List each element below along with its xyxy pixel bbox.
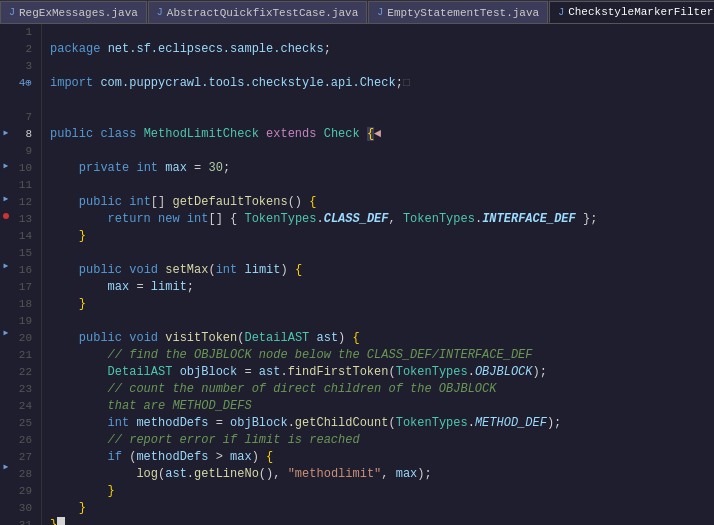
tab-label-1: RegExMessages.java: [19, 7, 138, 19]
indicator-17: [0, 275, 12, 292]
indicator-28: ▶: [0, 458, 12, 475]
gutter-14: 14: [12, 228, 37, 245]
gutter-3: 3: [12, 58, 37, 75]
indicator-10: ▶: [0, 158, 12, 175]
gutter-5: [12, 92, 37, 109]
code-line-4: import com.puppycrawl.tools.checkstyle.a…: [50, 75, 714, 92]
code-line-20: public void visitToken(DetailAST ast) {: [50, 330, 714, 347]
indicator-3: [0, 57, 12, 74]
tab-icon-3: J: [377, 7, 383, 18]
indicator-31: [0, 508, 12, 525]
code-line-8: public class MethodLimitCheck extends Ch…: [50, 126, 714, 143]
code-line-16: public void setMax(int limit) {: [50, 262, 714, 279]
tab-bar: J RegExMessages.java J AbstractQuickfixT…: [0, 0, 714, 24]
code-line-30: }: [50, 500, 714, 517]
code-line-24: that are METHOD_DEFS: [50, 398, 714, 415]
indicator-20: ▶: [0, 325, 12, 342]
tab-abstractquickfix[interactable]: J AbstractQuickfixTestCase.java: [148, 1, 367, 23]
gutter-4: 4⊕: [12, 75, 37, 92]
indicator-19: [0, 308, 12, 325]
gutter-24: 24: [12, 398, 37, 415]
code-line-18: }: [50, 296, 714, 313]
code-line-1: [50, 24, 714, 41]
indicator-29: [0, 475, 12, 492]
gutter-20: 20: [12, 330, 37, 347]
gutter-12: 12: [12, 194, 37, 211]
left-indicators: ▶ ▶ ▶ ▶ ▶ ▶: [0, 24, 12, 525]
indicator-4: [0, 74, 12, 91]
code-line-22: DetailAST objBlock = ast.findFirstToken(…: [50, 364, 714, 381]
code-line-5: [50, 92, 714, 109]
gutter-29: 29: [12, 483, 37, 500]
tab-emptystatement[interactable]: J EmptyStatementTest.java: [368, 1, 548, 23]
arrow-12: ▶: [4, 195, 9, 203]
gutter-26: 26: [12, 432, 37, 449]
indicator-26: [0, 425, 12, 442]
tab-regexmessages[interactable]: J RegExMessages.java: [0, 1, 147, 23]
indicator-2: [0, 41, 12, 58]
code-line-11: [50, 177, 714, 194]
code-line-29: }: [50, 483, 714, 500]
tab-icon-1: J: [9, 7, 15, 18]
gutter-13: 13: [12, 211, 37, 228]
indicator-1: [0, 24, 12, 41]
arrow-16: ▶: [4, 262, 9, 270]
indicator-15: [0, 241, 12, 258]
tab-icon-2: J: [157, 7, 163, 18]
code-editor: ▶ ▶ ▶ ▶ ▶ ▶ 1 2 3 4⊕ 7 8: [0, 24, 714, 525]
indicator-9: [0, 141, 12, 158]
code-line-12: public int[] getDefaultTokens() {: [50, 194, 714, 211]
dot-13: [3, 213, 9, 219]
gutter-18: 18: [12, 296, 37, 313]
indicator-23: [0, 375, 12, 392]
indicator-21: [0, 341, 12, 358]
tab-label-4: CheckstyleMarkerFilter.java: [568, 6, 714, 18]
tab-icon-4: J: [558, 7, 564, 18]
code-line-13: return new int[] { TokenTypes.CLASS_DEF,…: [50, 211, 714, 228]
code-line-3: [50, 58, 714, 75]
indicator-5: [0, 91, 12, 108]
gutter-19: 19: [12, 313, 37, 330]
code-line-2: package net.sf.eclipsecs.sample.checks;: [50, 41, 714, 58]
gutter-30: 30: [12, 500, 37, 517]
gutter-27: 27: [12, 449, 37, 466]
gutter-16: 16: [12, 262, 37, 279]
indicator-16: ▶: [0, 258, 12, 275]
code-line-28: log(ast.getLineNo(), "methodlimit", max)…: [50, 466, 714, 483]
gutter-1: 1: [12, 24, 37, 41]
gutter-22: 22: [12, 364, 37, 381]
indicator-8: ▶: [0, 124, 12, 141]
code-content[interactable]: package net.sf.eclipsecs.sample.checks; …: [42, 24, 714, 525]
code-line-7: [50, 109, 714, 126]
gutter-15: 15: [12, 245, 37, 262]
gutter-7: 7: [12, 109, 37, 126]
cursor: [57, 517, 65, 525]
tab-checkstylemarker[interactable]: J CheckstyleMarkerFilter.java: [549, 1, 714, 23]
indicator-25: [0, 408, 12, 425]
gutter-25: 25: [12, 415, 37, 432]
arrow-8: ▶: [4, 129, 9, 137]
gutter-21: 21: [12, 347, 37, 364]
code-line-14: }: [50, 228, 714, 245]
gutter-17: 17: [12, 279, 37, 296]
gutter-31: 31: [12, 517, 37, 525]
indicator-12: ▶: [0, 191, 12, 208]
gutter-10: 10: [12, 160, 37, 177]
indicator-13: [0, 208, 12, 225]
indicator-7: [0, 108, 12, 125]
code-line-21: // find the OBJBLOCK node below the CLAS…: [50, 347, 714, 364]
code-line-17: max = limit;: [50, 279, 714, 296]
code-line-10: private int max = 30;: [50, 160, 714, 177]
indicator-30: [0, 492, 12, 509]
tab-label-2: AbstractQuickfixTestCase.java: [167, 7, 358, 19]
indicator-22: [0, 358, 12, 375]
arrow-20: ▶: [4, 329, 9, 337]
code-line-19: [50, 313, 714, 330]
arrow-28: ▶: [4, 463, 9, 471]
code-line-26: // report error if limit is reached: [50, 432, 714, 449]
line-numbers: 1 2 3 4⊕ 7 8 9 10 11 12 13 14 15 16 17 1…: [12, 24, 42, 525]
gutter-8: 8: [12, 126, 37, 143]
gutter-9: 9: [12, 143, 37, 160]
indicator-24: [0, 391, 12, 408]
code-line-15: [50, 245, 714, 262]
